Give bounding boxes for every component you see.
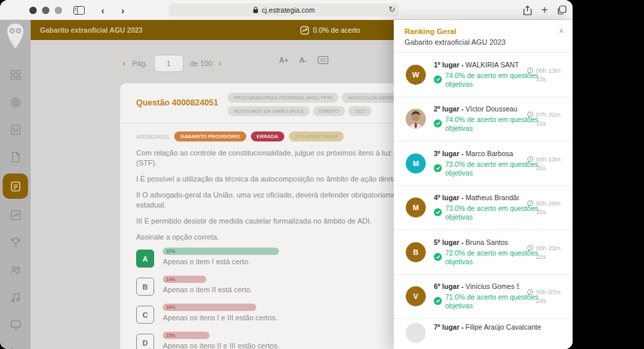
entry-time: 00h 13m 26s (527, 155, 565, 172)
prev-page-button[interactable]: ‹ (123, 59, 125, 68)
entry-position: 4º lugar - (434, 194, 464, 202)
badge-gabarito-provisorio: GABARITO PROVISÓRIO (174, 131, 246, 141)
option-a-text: Apenas o item I está certo. (163, 258, 279, 266)
tag: PROCURADORIAS FEDERAIS (AGU, PFN) (228, 93, 338, 103)
entry-name: 5º lugar - Bruna Santos (434, 238, 519, 246)
avatar (406, 323, 426, 343)
question-title: Questão 4000824051 (136, 93, 218, 116)
sidebar-item-community[interactable] (0, 256, 31, 284)
trophy-icon (10, 237, 21, 248)
sidebar-nav (0, 61, 31, 349)
check-icon (434, 253, 442, 261)
next-page-button[interactable]: › (219, 59, 222, 68)
entry-position: 1º lugar - (434, 61, 464, 69)
entry-accuracy: 73.0% de acerto em questões objetivas (445, 160, 539, 178)
pagination-total: de 100 (190, 59, 213, 67)
option-a-letter[interactable]: A (136, 250, 154, 268)
entry-accuracy: 74.0% de acerto em questões objetivas (445, 115, 539, 133)
check-icon (434, 164, 442, 172)
performance-chart-icon (300, 26, 309, 35)
sidebar-item-dashboard[interactable] (0, 61, 31, 89)
sidebar-item-goals[interactable] (0, 89, 31, 116)
option-c-letter[interactable]: C (136, 306, 154, 324)
back-button[interactable]: ‹ (95, 3, 111, 17)
check-icon (434, 208, 442, 216)
view-controls: A+ A- (279, 56, 328, 64)
ranking-entry-4[interactable]: M 4º lugar - Matheus Brandão 73.0% de ac… (394, 186, 573, 231)
screenshot-stage: ‹ › cj.estrategia.com ↻ + (0, 0, 644, 349)
accuracy-widget[interactable]: 0.0% de acerto (300, 26, 360, 35)
entry-name: 4º lugar - Matheus Brandão (434, 194, 519, 202)
share-button[interactable] (519, 3, 535, 17)
entry-accuracy: 73.0% de acerto em questões objetivas (445, 204, 539, 222)
clock-icon (527, 200, 533, 206)
sidebar-item-store[interactable] (0, 338, 31, 349)
forward-button[interactable]: › (115, 3, 131, 17)
option-b-letter[interactable]: B (136, 278, 154, 296)
ranking-header: Ranking Geral Gabarito extraoficial AGU … (394, 20, 573, 53)
target-icon (10, 97, 21, 108)
font-decrease-button[interactable]: A- (299, 56, 307, 64)
question-id: 4000824051 (136, 133, 170, 140)
page-number-input[interactable] (154, 55, 184, 72)
ranking-entry-7[interactable]: 7º lugar - Filipe Araújo Cavalcante (394, 319, 573, 343)
sidebar-item-simulados[interactable] (0, 229, 31, 256)
sidebar-item-audio[interactable] (0, 284, 31, 311)
new-tab-icon: + (541, 3, 548, 17)
badge-errada: ERRADA (251, 131, 284, 141)
avatar: V (406, 286, 426, 306)
back-icon: ‹ (101, 5, 105, 16)
browser-window: ‹ › cj.estrategia.com ↻ + (0, 0, 573, 349)
check-icon (434, 75, 442, 83)
font-increase-button[interactable]: A+ (279, 56, 288, 64)
entry-accuracy: 74.0% de acerto em questões objetivas (445, 71, 539, 89)
ranking-entry-5[interactable]: B 5º lugar - Bruna Santos 72.0% de acert… (394, 230, 573, 275)
check-icon (434, 119, 442, 127)
estrategia-owl-logo (5, 23, 26, 49)
ranking-entry-1[interactable]: W 1º lugar - WALKIRIA SANTOS DO AMARAL 7… (394, 53, 573, 97)
users-icon (10, 264, 21, 276)
avatar: B (406, 242, 426, 262)
tab-overview-button[interactable] (554, 3, 570, 17)
clock-icon (527, 111, 533, 117)
pagination-label: Pág. (132, 59, 147, 67)
tab-overview-icon (557, 5, 567, 15)
traffic-lights[interactable] (29, 7, 62, 14)
minimize-window-button[interactable] (42, 7, 49, 14)
accuracy-label: 0.0% de acerto (313, 26, 360, 34)
entry-time: 00h 23m 22s (527, 244, 565, 261)
option-b-text: Apenas o item II está certo. (163, 286, 252, 294)
option-d-percent: 15% (163, 333, 176, 338)
close-icon: × (559, 27, 563, 36)
sidebar-item-performance[interactable] (0, 202, 31, 229)
chart-icon (10, 210, 21, 221)
option-d-letter[interactable]: D (136, 334, 154, 349)
close-panel-button[interactable]: × (556, 27, 567, 37)
lock-icon (253, 7, 258, 13)
avatar-photo (406, 109, 426, 129)
entry-position: 3º lugar - (434, 149, 464, 157)
sidebar-item-courses[interactable] (0, 116, 31, 143)
close-window-button[interactable] (29, 7, 37, 14)
entry-name: 7º lugar - Filipe Araújo Cavalcante (434, 323, 565, 331)
address-bar[interactable]: cj.estrategia.com ↻ (169, 3, 399, 17)
ranking-entry-2[interactable]: 2º lugar - Víctor Dousseau 74.0% de acer… (394, 97, 573, 142)
sidebar-item-classes[interactable] (0, 311, 31, 338)
new-tab-button[interactable]: + (537, 3, 553, 17)
ranking-title: Ranking Geral (404, 27, 562, 35)
pagination: ‹ Pág. de 100 › (123, 55, 222, 72)
music-icon (10, 292, 21, 303)
card-view-icon[interactable] (318, 56, 328, 64)
sidebar-item-questions[interactable] (0, 171, 31, 202)
zoom-window-button[interactable] (55, 7, 62, 14)
option-b-percent: 14% (163, 277, 176, 282)
reload-button[interactable]: ↻ (388, 5, 395, 14)
dashboard-icon (10, 69, 21, 81)
sidebar-item-notebooks[interactable] (0, 143, 31, 171)
option-d-text: Apenas os itens II e III estão certos. (163, 342, 280, 349)
avatar: M (406, 153, 426, 173)
sidebar-toggle-button[interactable] (71, 3, 87, 17)
ranking-entry-6[interactable]: V 6º lugar - Vinícius Gomes Saboya 71.0%… (394, 275, 573, 320)
entry-position: 2º lugar - (434, 105, 464, 113)
ranking-entry-3[interactable]: M 3º lugar - Marco Barbosa 73.0% de acer… (394, 141, 573, 186)
